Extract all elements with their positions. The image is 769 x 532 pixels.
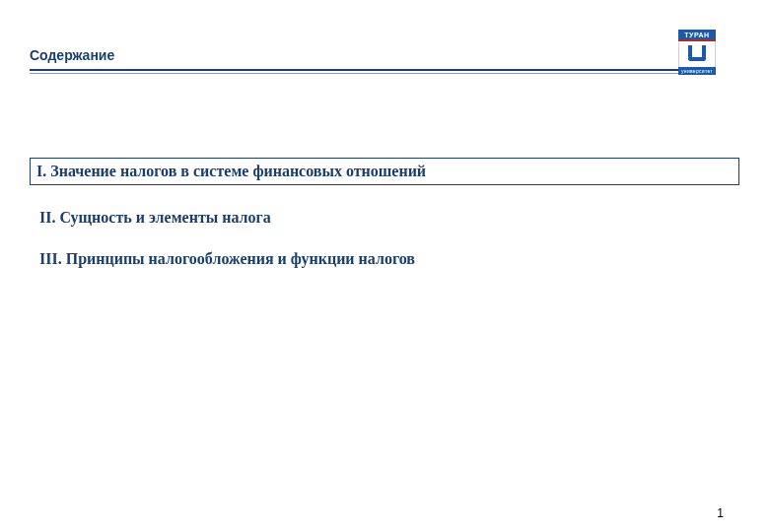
page-number: 1 <box>717 506 724 520</box>
logo-top-label: ТУРАН <box>678 30 716 41</box>
logo-bottom-label: университет <box>678 67 716 75</box>
toc-list: I. Значение налогов в системе финансовых… <box>30 158 739 292</box>
toc-item-3: III. Принципы налогообложения и функции … <box>39 250 739 268</box>
toc-item-1: I. Значение налогов в системе финансовых… <box>36 163 733 180</box>
header-rule <box>30 69 710 74</box>
logo-u-icon <box>678 41 716 67</box>
toc-item-2: II. Сущность и элементы налога <box>39 209 739 227</box>
turan-logo: ТУРАН университет <box>678 30 716 75</box>
slide-header: Содержание <box>30 47 710 74</box>
toc-item-1-box: I. Значение налогов в системе финансовых… <box>30 158 739 185</box>
slide-title: Содержание <box>30 47 710 63</box>
